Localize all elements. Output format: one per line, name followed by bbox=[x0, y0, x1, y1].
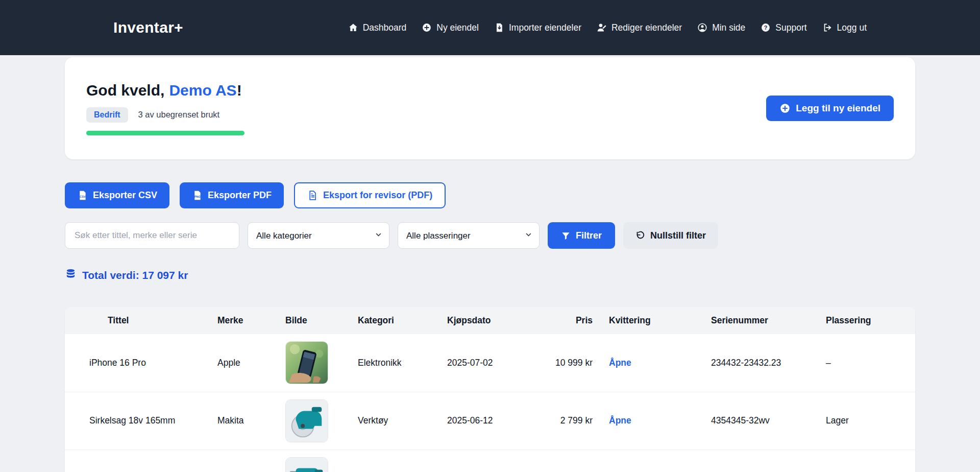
reset-filter-label: Nullstill filter bbox=[650, 230, 706, 241]
filter-row: Alle kategorier Alle plasseringer Filtre… bbox=[65, 222, 915, 249]
plan-row: Bedrift 3 av ubegrenset brukt bbox=[86, 107, 244, 123]
welcome-card: God kveld,Demo AS! Bedrift 3 av ubegrens… bbox=[65, 57, 915, 159]
cell-kvittering: Åpne bbox=[601, 392, 703, 450]
nav-label: Dashboard bbox=[363, 22, 407, 33]
cell-plassering: Lager bbox=[818, 392, 915, 450]
nav-label: Logg ut bbox=[837, 22, 867, 33]
svg-text:?: ? bbox=[764, 25, 768, 31]
export-pdf-label: Eksporter PDF bbox=[208, 190, 272, 201]
cell-kvittering: Ingen bbox=[601, 450, 703, 472]
user-circle-icon bbox=[697, 22, 707, 33]
cell-bilde bbox=[277, 392, 350, 450]
nav-importer-eiendeler[interactable]: Importer eiendeler bbox=[494, 22, 581, 33]
navbar-inner: Inventar+ Dashboard Ny eiendel Importer … bbox=[65, 19, 915, 36]
add-asset-button[interactable]: Legg til ny eiendel bbox=[766, 96, 894, 121]
cell-kategori: Verktøy bbox=[350, 392, 439, 450]
logout-icon bbox=[822, 22, 832, 33]
cell-kjopsdato: 2025-07-02 bbox=[439, 334, 528, 392]
cell-kategori: Elektronikk bbox=[350, 334, 439, 392]
cell-plassering: – bbox=[818, 334, 915, 392]
export-revisor-button[interactable]: Eksport for revisor (PDF) bbox=[294, 182, 446, 208]
location-select-wrap: Alle plasseringer bbox=[398, 222, 540, 249]
table-row: Sirkelsag 18v 165mm Makita Verktøy 2025-… bbox=[65, 392, 915, 450]
iphone-photo[interactable] bbox=[285, 341, 328, 384]
col-header-kvittering: Kvittering bbox=[601, 307, 703, 334]
svg-text:PNG: PNG bbox=[194, 195, 201, 198]
brand-logo[interactable]: Inventar+ bbox=[113, 19, 183, 36]
saw-photo[interactable] bbox=[285, 399, 328, 442]
export-csv-label: Eksporter CSV bbox=[93, 190, 157, 201]
cell-merke: Makita bbox=[209, 450, 277, 472]
cell-bilde bbox=[277, 334, 350, 392]
nav-label: Rediger eiendeler bbox=[611, 22, 682, 33]
nav-dashboard[interactable]: Dashboard bbox=[348, 22, 407, 33]
export-csv-button[interactable]: CSV Eksporter CSV bbox=[65, 182, 169, 208]
home-icon bbox=[348, 22, 358, 33]
col-header-plassering: Plassering bbox=[818, 307, 915, 334]
main-content: God kveld,Demo AS! Bedrift 3 av ubegrens… bbox=[65, 55, 915, 472]
col-header-kjopsdato: Kjøpsdato bbox=[439, 307, 528, 334]
col-header-bilde: Bilde bbox=[277, 307, 350, 334]
cell-kjopsdato: 2025-06-12 bbox=[439, 392, 528, 450]
location-select[interactable]: Alle plasseringer bbox=[398, 222, 540, 249]
category-select[interactable]: Alle kategorier bbox=[248, 222, 389, 249]
help-circle-icon: ? bbox=[761, 22, 771, 33]
funnel-icon bbox=[561, 231, 571, 241]
greeting-prefix: God kveld, bbox=[86, 82, 164, 99]
cell-pris: 10 999 kr bbox=[528, 334, 601, 392]
kvittering-open-link[interactable]: Åpne bbox=[609, 358, 631, 368]
table-row: Drill Makita Verktøy 2025-07-09 3 299 kr… bbox=[65, 450, 915, 472]
welcome-left: God kveld,Demo AS! Bedrift 3 av ubegrens… bbox=[86, 82, 244, 135]
nav-rediger-eiendeler[interactable]: Rediger eiendeler bbox=[597, 22, 682, 33]
company-name: Demo AS bbox=[169, 82, 236, 99]
col-header-merke: Merke bbox=[209, 307, 277, 334]
col-header-serienummer: Serienummer bbox=[703, 307, 818, 334]
top-navbar: Inventar+ Dashboard Ny eiendel Importer … bbox=[0, 0, 980, 55]
reset-filter-button[interactable]: Nullstill filter bbox=[623, 222, 718, 249]
nav-ny-eiendel[interactable]: Ny eiendel bbox=[422, 22, 479, 33]
file-csv-icon: CSV bbox=[77, 190, 88, 201]
cell-tittel: Sirkelsag 18v 165mm bbox=[65, 392, 209, 450]
usage-text: 3 av ubegrenset brukt bbox=[138, 110, 220, 120]
greeting: God kveld,Demo AS! bbox=[86, 82, 244, 99]
nav-min-side[interactable]: Min side bbox=[697, 22, 745, 33]
file-png-icon: PNG bbox=[192, 190, 203, 201]
cell-tittel: iPhone 16 Pro bbox=[65, 334, 209, 392]
plus-circle-icon bbox=[779, 103, 791, 114]
nav-label: Support bbox=[775, 22, 806, 33]
file-lines-icon bbox=[307, 190, 318, 201]
col-header-pris: Pris bbox=[528, 307, 601, 334]
table-row: iPhone 16 Pro Apple Elektronikk 2025-07-… bbox=[65, 334, 915, 392]
cell-merke: Apple bbox=[209, 334, 277, 392]
coins-icon bbox=[65, 268, 77, 282]
filter-button[interactable]: Filtrer bbox=[548, 222, 615, 249]
cell-tittel: Drill bbox=[65, 450, 209, 472]
nav-logg-ut[interactable]: Logg ut bbox=[822, 22, 867, 33]
total-value: Total verdi: 17 097 kr bbox=[65, 268, 915, 282]
file-import-icon bbox=[494, 22, 504, 33]
user-edit-icon bbox=[597, 22, 607, 33]
cell-serienummer: 4354345-32wv bbox=[703, 392, 818, 450]
cell-serienummer: 2342342 bbox=[703, 450, 818, 472]
filter-label: Filtrer bbox=[576, 230, 602, 241]
export-revisor-label: Eksport for revisor (PDF) bbox=[323, 190, 432, 201]
cell-plassering: Lager bbox=[818, 450, 915, 472]
nav-label: Importer eiendeler bbox=[509, 22, 581, 33]
cell-serienummer: 234432-23432.23 bbox=[703, 334, 818, 392]
drill-photo[interactable] bbox=[285, 457, 328, 472]
category-select-wrap: Alle kategorier bbox=[248, 222, 389, 249]
svg-text:CSV: CSV bbox=[80, 195, 86, 198]
nav-support[interactable]: ? Support bbox=[761, 22, 806, 33]
search-input[interactable] bbox=[65, 222, 239, 249]
col-header-tittel: Tittel bbox=[65, 307, 209, 334]
export-pdf-button[interactable]: PNG Eksporter PDF bbox=[180, 182, 284, 208]
kvittering-open-link[interactable]: Åpne bbox=[609, 415, 631, 426]
greeting-suffix: ! bbox=[237, 82, 242, 99]
plus-circle-icon bbox=[422, 22, 432, 33]
cell-pris: 3 299 kr bbox=[528, 450, 601, 472]
cell-kategori: Verktøy bbox=[350, 450, 439, 472]
col-header-kategori: Kategori bbox=[350, 307, 439, 334]
add-asset-label: Legg til ny eiendel bbox=[796, 103, 880, 114]
table-body: iPhone 16 Pro Apple Elektronikk 2025-07-… bbox=[65, 334, 915, 472]
cell-bilde bbox=[277, 450, 350, 472]
